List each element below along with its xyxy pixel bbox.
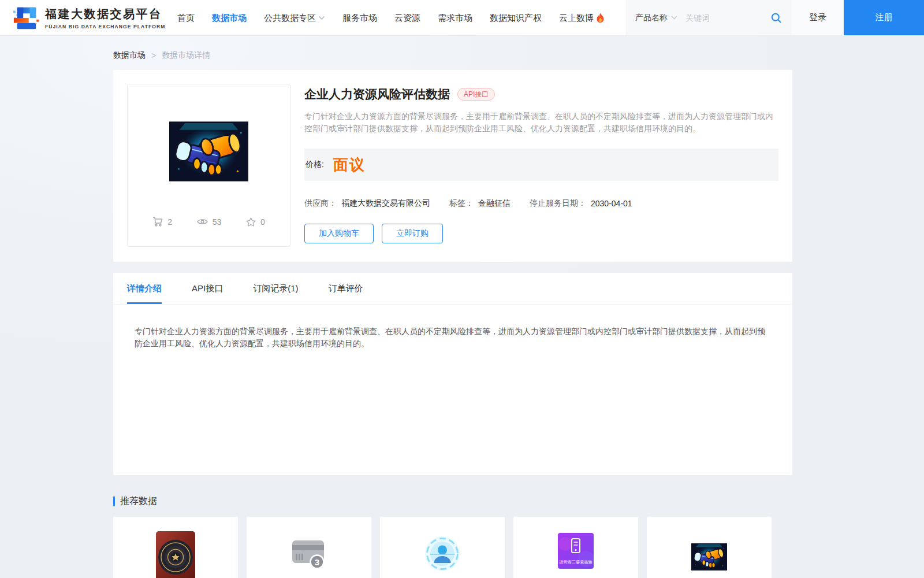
recommend-card[interactable]	[647, 517, 772, 578]
cart-icon	[152, 217, 163, 227]
search-input[interactable]	[685, 13, 766, 23]
search-category-select[interactable]: 产品名称	[635, 13, 685, 23]
nav-item-public-data[interactable]: 公共数据专区	[255, 0, 334, 36]
nav-item-cloud-expo[interactable]: 云上数博	[550, 0, 613, 36]
product-description: 专门针对企业人力资源方面的背景尽调服务，主要用于雇前背景调查、在职人员的不定期风…	[304, 110, 773, 135]
svg-text:运营商三要素核验: 运营商三要素核验	[559, 560, 593, 565]
add-to-cart-button[interactable]: 加入购物车	[304, 224, 374, 243]
recommend-cards: 3	[113, 517, 792, 578]
fire-icon	[596, 13, 605, 23]
view-count: 53	[213, 217, 222, 227]
credit-card-image: 3	[291, 539, 327, 570]
search-zone: 产品名称	[627, 0, 792, 35]
handshake-image	[691, 543, 727, 570]
star-icon	[246, 217, 256, 227]
stop-date-value: 2030-04-01	[591, 199, 632, 208]
stop-date-label: 停止服务日期：	[530, 198, 586, 209]
order-now-button[interactable]: 立即订购	[382, 224, 443, 243]
register-button[interactable]: 注册	[844, 0, 924, 35]
tab-detail-intro[interactable]: 详情介绍	[127, 273, 162, 304]
product-meta: 供应商： 福建大数据交易有限公司 标签： 金融征信 停止服务日期： 2030-0…	[304, 198, 778, 209]
product-handshake-image	[169, 121, 248, 181]
nav-item-data-market[interactable]: 数据市场	[203, 0, 255, 36]
login-button[interactable]: 登录	[792, 0, 844, 35]
main-nav: 首页 数据市场 公共数据专区 服务市场 云资源 需求市场 数据知识产权 云上数博	[169, 0, 613, 35]
recommend-card[interactable]	[380, 517, 505, 578]
detail-panel: 详情介绍 API接口 订阅记录(1) 订单评价 专门针对企业人力资源方面的背景尽…	[113, 273, 792, 475]
favorite-count: 0	[260, 217, 265, 227]
brand-logo[interactable]: 福建大数据交易平台 FUJIAN BIG DATA EXCHANGE PLATF…	[0, 0, 169, 35]
tab-bar: 详情介绍 API接口 订阅记录(1) 订单评价	[113, 273, 792, 305]
section-accent-bar	[113, 497, 115, 506]
recommend-card[interactable]: 3	[247, 517, 371, 578]
carrier-verify-image: 运营商三要素核验	[558, 533, 594, 569]
detail-content: 专门针对企业人力资源方面的背景尽调服务，主要用于雇前背景调查、在职人员的不定期风…	[113, 305, 792, 350]
brand-subtitle: FUJIAN BIG DATA EXCHANGE PLATFORM	[45, 24, 165, 29]
product-stats: 2 53 0	[128, 217, 290, 227]
cart-stat: 2	[152, 217, 172, 227]
breadcrumb: 数据市场 > 数据市场详情	[113, 36, 792, 70]
top-navbar: 福建大数据交易平台 FUJIAN BIG DATA EXCHANGE PLATF…	[0, 0, 924, 36]
price-value: 面议	[333, 155, 366, 175]
brand-title: 福建大数据交易平台	[45, 6, 165, 22]
recommend-card[interactable]	[113, 517, 238, 578]
platform-logo-icon	[13, 5, 39, 31]
nav-item-home[interactable]: 首页	[169, 0, 203, 36]
breadcrumb-current: 数据市场详情	[162, 50, 210, 61]
price-label: 价格:	[305, 160, 324, 170]
product-image-card: 2 53 0	[127, 84, 290, 247]
nav-item-cloud-resource[interactable]: 云资源	[386, 0, 429, 36]
recommend-title: 推荐数据	[120, 495, 157, 507]
breadcrumb-root[interactable]: 数据市场	[113, 50, 146, 61]
cart-count: 2	[167, 217, 172, 227]
product-panel: 2 53 0	[113, 70, 792, 262]
recommend-header: 推荐数据	[113, 495, 792, 507]
svg-text:3: 3	[315, 557, 319, 567]
chevron-down-icon	[671, 16, 677, 20]
search-button[interactable]	[766, 12, 786, 24]
supplier-value: 福建大数据交易有限公司	[341, 198, 430, 209]
breadcrumb-separator: >	[151, 51, 156, 60]
security-badge-image	[156, 531, 195, 578]
person-scan-image	[424, 535, 461, 572]
views-stat: 53	[197, 217, 222, 227]
nav-item-service-market[interactable]: 服务市场	[334, 0, 386, 36]
nav-item-data-ip[interactable]: 数据知识产权	[481, 0, 550, 36]
nav-item-demand-market[interactable]: 需求市场	[429, 0, 481, 36]
product-info: 企业人力资源风险评估数据 API接口 专门针对企业人力资源方面的背景尽调服务，主…	[304, 84, 778, 248]
page: 福建大数据交易平台 FUJIAN BIG DATA EXCHANGE PLATF…	[0, 0, 924, 578]
tab-api[interactable]: API接口	[192, 273, 223, 304]
price-bar: 价格: 面议	[304, 149, 778, 181]
tag-value: 金融征信	[478, 198, 511, 209]
recommend-card[interactable]: 运营商三要素核验	[513, 517, 638, 578]
api-badge: API接口	[457, 88, 495, 101]
tab-reviews[interactable]: 订单评价	[329, 273, 363, 304]
product-title: 企业人力资源风险评估数据	[304, 86, 450, 102]
eye-icon	[197, 218, 208, 225]
supplier-label: 供应商：	[304, 198, 337, 209]
header-right: 产品名称 登录 注册	[627, 0, 924, 35]
chevron-down-icon	[318, 16, 325, 20]
tag-label: 标签：	[449, 198, 474, 209]
search-icon	[770, 12, 782, 24]
tab-subscriptions[interactable]: 订阅记录(1)	[253, 273, 298, 304]
favorite-stat[interactable]: 0	[246, 217, 265, 227]
